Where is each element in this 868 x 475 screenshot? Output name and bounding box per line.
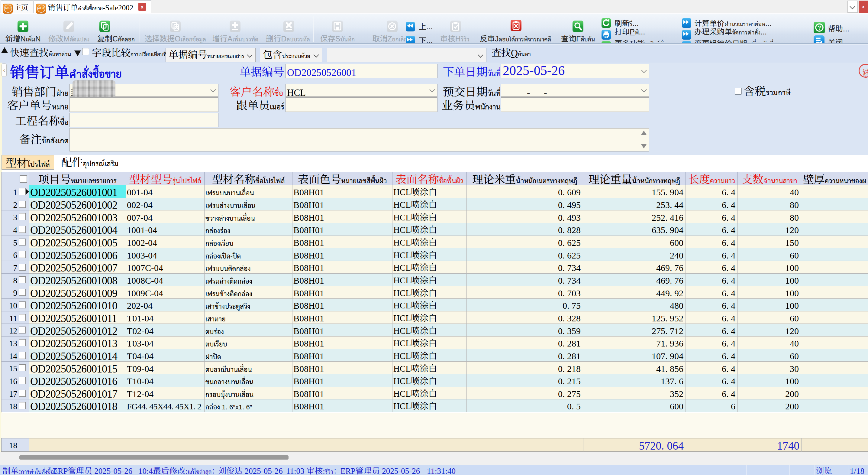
- svg-text:?: ?: [817, 25, 821, 31]
